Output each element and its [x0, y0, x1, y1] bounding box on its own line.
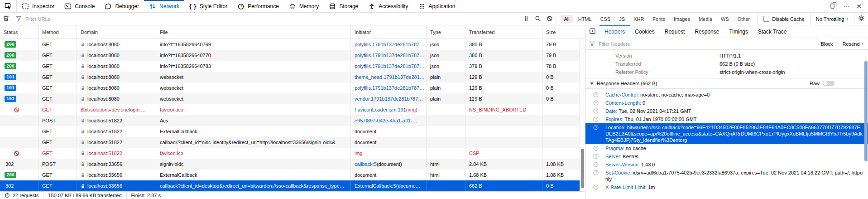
header-name: Expires: [605, 116, 625, 122]
tab-inspector[interactable]: Inspector [17, 0, 59, 12]
tab-console[interactable]: Console [59, 0, 100, 12]
response-headers-section-header[interactable]: Response Headers (662 B) Raw [585, 78, 868, 89]
column-header-initiator[interactable]: Initiator [351, 25, 427, 39]
header-name: Server: [605, 154, 623, 159]
table-row[interactable]: 302POSTlocalhost:33656signin-oidccallbac… [0, 159, 585, 170]
filter-headers-input[interactable] [598, 41, 816, 47]
details-tab-cookies[interactable]: Cookies [630, 25, 659, 38]
block-button[interactable]: Block [816, 38, 838, 49]
filter-pill-all[interactable]: All [561, 15, 572, 23]
method-text: GET [42, 107, 53, 112]
tab-accessibility[interactable]: Accessibility [363, 0, 413, 12]
table-row[interactable]: GETlocalhost:51822callback?client_id=oid… [0, 137, 585, 148]
filter-pill-ws[interactable]: WS [718, 15, 732, 23]
tab-performance[interactable]: Performance [232, 0, 284, 12]
header-row[interactable]: ?Pragma: no-cache [585, 144, 868, 152]
search-button[interactable] [532, 13, 544, 25]
header-row[interactable]: ?Set-Cookie: idsrv=adf6cba1-7075-402b-9e… [585, 169, 868, 183]
table-row[interactable]: 101GETlocalhost:8080websocketpolyfills.1… [0, 83, 585, 93]
cell-file: Acs [156, 115, 351, 126]
details-tab-response[interactable]: Response [690, 25, 724, 38]
initiator-link[interactable]: polyfills.1791b137de281b787… [355, 53, 424, 58]
throttling-dropdown[interactable]: No Throttling ↕ [810, 16, 854, 22]
tab-style-editor[interactable]: { }Style Editor [184, 0, 232, 12]
table-row[interactable]: 101GETlocalhost:8080websocketvendor.1791… [0, 93, 585, 104]
request-blocking-button[interactable] [544, 13, 556, 25]
details-tab-timings[interactable]: Timings [724, 25, 753, 38]
responsive-design-button[interactable] [828, 1, 839, 12]
header-row[interactable]: ?Expires: Thu, 01 Jan 1970 00:00:00 GMT [585, 115, 868, 123]
cell-size: 1.08 KB [542, 170, 580, 180]
column-header-size[interactable]: Size [542, 25, 580, 39]
table-row[interactable]: GETlocalhost:51822ExternalCallbackdocume… [0, 126, 585, 137]
table-row[interactable]: POSTlocalhost:51822Acse957f897-042e-4ba1… [0, 115, 585, 126]
cell-transferred: 1.68 KB [465, 170, 542, 180]
clear-requests-button[interactable] [0, 13, 12, 25]
initiator-link[interactable]: theme_head.1791b137de281… [355, 74, 425, 80]
filter-pill-media[interactable]: Media [695, 15, 715, 23]
initiator-link[interactable]: polyfills.1791b137de281b787… [355, 63, 424, 69]
column-header-status[interactable]: Status [0, 25, 38, 39]
filter-pill-other[interactable]: Other [734, 15, 753, 23]
cell-status [0, 104, 38, 115]
table-row[interactable]: 302GETlocalhost:33656callback?client_id=… [0, 180, 585, 191]
table-row[interactable]: 200GETlocalhost:33656ExternalCallbackdoc… [0, 170, 585, 180]
details-tab-headers[interactable]: Headers [599, 25, 630, 38]
tab-debugger[interactable]: Debugger [100, 0, 144, 12]
pause-traffic-button[interactable] [520, 13, 532, 25]
size-text: 79 B [546, 53, 556, 58]
column-header-method[interactable]: Method [38, 25, 77, 39]
details-tab-request[interactable]: Request [660, 25, 690, 38]
element-picker-button[interactable] [0, 0, 16, 12]
tab-memory[interactable]: Memory [284, 0, 324, 12]
initiator-link[interactable]: e957f897-042e-4ba1-aff1-… [355, 118, 417, 123]
header-row[interactable]: ?Content-Length: 0 [585, 99, 868, 107]
meatball-menu-button[interactable]: ⋯ [841, 1, 852, 12]
details-tab-stack-trace[interactable]: Stack Trace [753, 25, 791, 38]
header-row[interactable]: ?X-Rate-Limit-Limit: 1m [585, 183, 868, 191]
details-scrollbar-thumb[interactable] [864, 61, 868, 161]
column-header-transferred[interactable]: Transferred [465, 25, 542, 39]
resend-button[interactable]: Resend ↕ [838, 38, 868, 49]
initiator-link[interactable]: callback:5 [355, 161, 377, 167]
column-header-type[interactable]: Type [427, 25, 465, 39]
table-row[interactable]: 200GETlocalhost:8080info?t=1635826640769… [0, 39, 585, 50]
initiator-link[interactable]: vendor.1791b137de281b787… [355, 96, 423, 102]
raw-toggle[interactable] [823, 81, 834, 86]
table-row[interactable]: GETlocalhost:51822favicon.icoimgCSP [0, 148, 585, 159]
header-row[interactable]: ?Server: Kestrel [585, 152, 868, 160]
header-row[interactable]: ?Cache-Control: no-store, no-cache, max-… [585, 91, 868, 99]
performance-analysis-button[interactable]: 22 requests [0, 192, 43, 199]
header-row[interactable]: ?Location: bitwarden://sso-callback?code… [585, 123, 868, 144]
initiator-link[interactable]: ExternalCallback:5 [355, 183, 396, 189]
filter-urls-input[interactable] [24, 16, 520, 22]
filter-pill-js[interactable]: JS [616, 15, 628, 23]
filter-pill-fonts[interactable]: Fonts [649, 15, 668, 23]
initiator-link[interactable]: polyfills.1791b137de281b787… [355, 85, 424, 91]
cell-domain: localhost:33656 [77, 159, 156, 170]
filter-pill-css[interactable]: CSS [597, 15, 614, 23]
network-settings-button[interactable] [854, 13, 868, 25]
disable-cache-checkbox[interactable] [763, 16, 769, 22]
column-header-file[interactable]: File [156, 25, 351, 39]
close-devtools-button[interactable]: ✕ [854, 1, 864, 12]
column-header-domain[interactable]: Domain [77, 25, 156, 39]
filter-pill-html[interactable]: HTML [575, 15, 595, 23]
initiator-link[interactable]: polyfills.1791b137de281b787… [355, 42, 424, 47]
sidebar-toggle-button[interactable] [585, 25, 599, 38]
header-row[interactable]: ?Server-Version: 1.43.0 [585, 160, 868, 169]
scrollbar-thumb[interactable] [581, 149, 584, 188]
initiator-link[interactable]: FaviconLoader.jsm:191 [355, 107, 406, 112]
tab-network[interactable]: Network [144, 0, 184, 12]
table-row[interactable]: GET8bit-solutions-dev.onelogin.…favicon.… [0, 104, 585, 115]
table-row[interactable]: 101GETlocalhost:8080websockettheme_head.… [0, 72, 585, 83]
tab-application[interactable]: Application [413, 0, 460, 12]
request-list-scrollbar[interactable] [580, 39, 585, 191]
header-row[interactable]: ?Date: Tue, 02 Nov 2021 04:17:21 GMT [585, 107, 868, 115]
filter-pill-xhr[interactable]: XHR [630, 15, 647, 23]
cell-size: 0 B [542, 72, 580, 83]
filter-pill-images[interactable]: Images [671, 15, 693, 23]
table-row[interactable]: 200GETlocalhost:8080info?t=1635826640783… [0, 61, 585, 72]
table-row[interactable]: 200GETlocalhost:8080info?t=1635826640770… [0, 50, 585, 61]
tab-storage[interactable]: Storage [324, 0, 363, 12]
